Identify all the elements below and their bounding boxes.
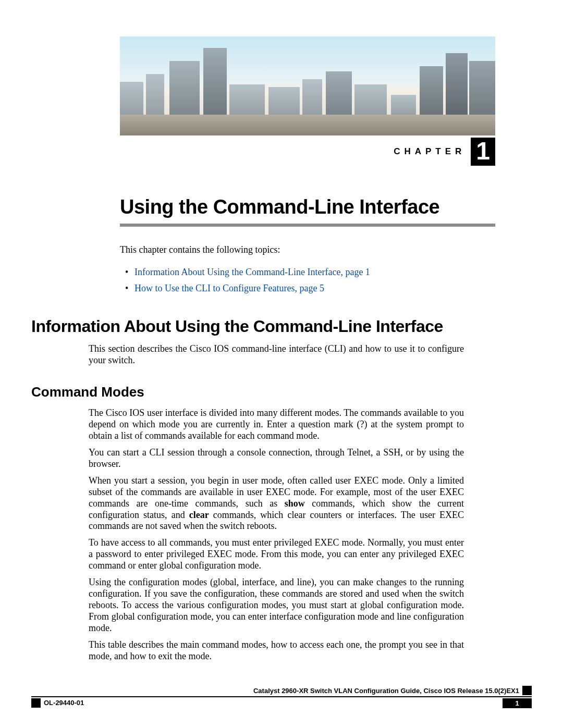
chapter-title: Using the Command-Line Interface	[120, 196, 532, 218]
page-root: CHAPTER 1 Using the Command-Line Interfa…	[0, 0, 563, 294]
body-paragraph: Using the configuration modes (global, i…	[89, 577, 464, 634]
chapter-label: CHAPTER	[394, 146, 466, 157]
chapter-number: 1	[471, 138, 495, 166]
footer-document-id: OL-29440-01	[44, 698, 84, 707]
body-paragraph: To have access to all commands, you must…	[89, 537, 464, 572]
footer-cap-icon	[31, 698, 41, 708]
chapter-title-block: Using the Command-Line Interface	[120, 196, 532, 227]
body-paragraph: When you start a session, you begin in u…	[89, 475, 464, 533]
chapter-banner-image	[120, 36, 495, 135]
footer-page-number: 1	[503, 698, 532, 708]
bold-show: show	[285, 498, 305, 509]
chapter-indicator: CHAPTER 1	[120, 138, 495, 166]
title-rule	[120, 224, 495, 227]
topic-link-item: How to Use the CLI to Configure Features…	[134, 283, 495, 294]
section-heading-info-about-cli: Information About Using the Command-Line…	[31, 317, 532, 336]
page-footer: Catalyst 2960-XR Switch VLAN Configurati…	[31, 686, 532, 708]
footer-doc-title: Catalyst 2960-XR Switch VLAN Configurati…	[253, 687, 519, 695]
footer-cap-icon	[522, 686, 532, 695]
bold-clear: clear	[189, 510, 209, 520]
chapter-intro: This chapter contains the following topi…	[120, 244, 495, 255]
section-heading-command-modes: Command Modes	[31, 384, 532, 400]
footer-rule	[31, 696, 532, 697]
body-paragraph: The Cisco IOS user interface is divided …	[89, 408, 464, 442]
topic-link-item: Information About Using the Command-Line…	[134, 267, 495, 278]
body-paragraph: You can start a CLI session through a co…	[89, 447, 464, 470]
topic-link-1[interactable]: Information About Using the Command-Line…	[134, 267, 370, 277]
section-intro: This section describes the Cisco IOS com…	[89, 343, 464, 366]
body-paragraph: This table describes the main command mo…	[89, 639, 464, 662]
topic-link-2[interactable]: How to Use the CLI to Configure Features…	[134, 283, 324, 293]
topic-list: Information About Using the Command-Line…	[120, 267, 495, 294]
